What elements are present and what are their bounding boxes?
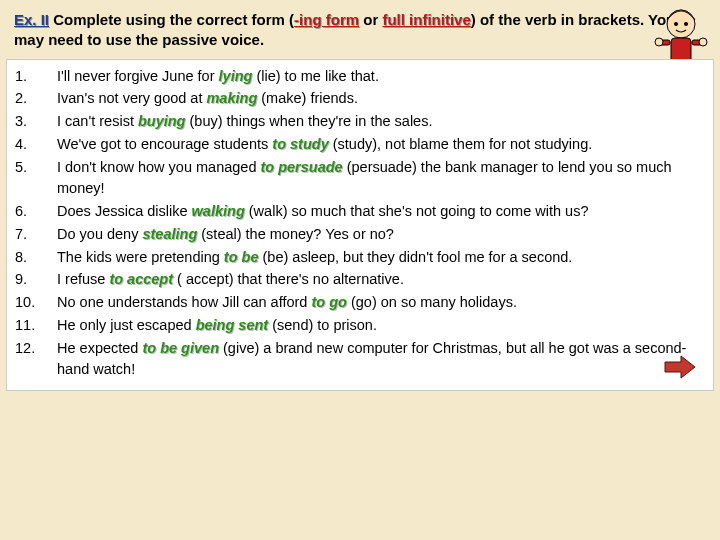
list-item: 10.No one understands how Jill can affor… (15, 292, 705, 314)
answer-text: to persuade (260, 159, 342, 175)
sentence-pre: He only just escaped (57, 317, 196, 333)
answer-text: walking (192, 203, 245, 219)
sentence-post: (walk) so much that she's not going to c… (245, 203, 589, 219)
item-number: 7. (15, 224, 45, 246)
answer-text: to be given (142, 340, 219, 356)
list-item: 8.The kids were pretending to be (be) as… (15, 247, 705, 269)
sentence-pre: We've got to encourage students (57, 136, 272, 152)
svg-point-6 (655, 38, 663, 46)
svg-point-2 (684, 22, 688, 26)
sentence-pre: The kids were pretending (57, 249, 224, 265)
answer-text: to be (224, 249, 259, 265)
answer-text: making (206, 90, 257, 106)
list-item: 12.He expected to be given (give) a bran… (15, 338, 705, 382)
list-item: 3.I can't resist buying (buy) things whe… (15, 111, 705, 133)
item-number: 10. (15, 292, 45, 314)
instruction-text-1: Complete using the correct form ( (49, 11, 294, 28)
exercise-list: 1.I'll never forgive June for lying (lie… (15, 66, 705, 382)
answer-text: being sent (196, 317, 269, 333)
sentence-post: (lie) to me like that. (252, 68, 379, 84)
item-number: 1. (15, 66, 45, 88)
exercise-instruction: Ex. II Complete using the correct form (… (0, 0, 720, 59)
sentence-post: (be) asleep, but they didn't fool me for… (258, 249, 572, 265)
item-number: 4. (15, 134, 45, 156)
sentence-post: (steal) the money? Yes or no? (197, 226, 394, 242)
list-item: 11.He only just escaped being sent (send… (15, 315, 705, 337)
sentence-pre: Ivan's not very good at (57, 90, 206, 106)
item-number: 5. (15, 157, 45, 179)
sentence-post: (go) on so many holidays. (347, 294, 517, 310)
sentence-pre: Do you deny (57, 226, 142, 242)
sentence-pre: Does Jessica dislike (57, 203, 192, 219)
item-number: 2. (15, 88, 45, 110)
answer-text: to study (272, 136, 328, 152)
sentence-pre: I'll never forgive June for (57, 68, 219, 84)
sentence-post: (make) friends. (257, 90, 358, 106)
sentence-pre: I refuse (57, 271, 109, 287)
list-item: 5.I don't know how you managed to persua… (15, 157, 705, 201)
sentence-post: (send) to prison. (268, 317, 377, 333)
item-number: 8. (15, 247, 45, 269)
list-item: 6.Does Jessica dislike walking (walk) so… (15, 201, 705, 223)
sentence-pre: I don't know how you managed (57, 159, 260, 175)
list-item: 9.I refuse to accept ( accept) that ther… (15, 269, 705, 291)
svg-point-1 (674, 22, 678, 26)
next-arrow-icon[interactable] (663, 354, 697, 380)
exercise-content-box: 1.I'll never forgive June for lying (lie… (6, 59, 714, 392)
instruction-text-2: or (359, 11, 382, 28)
full-infinitive-label: full infinitive (382, 11, 470, 28)
sentence-pre: No one understands how Jill can afford (57, 294, 311, 310)
item-number: 6. (15, 201, 45, 223)
list-item: 2.Ivan's not very good at making (make) … (15, 88, 705, 110)
list-item: 7.Do you deny stealing (steal) the money… (15, 224, 705, 246)
answer-text: lying (219, 68, 253, 84)
item-number: 3. (15, 111, 45, 133)
sentence-post: ( accept) that there's no alternative. (173, 271, 404, 287)
answer-text: stealing (142, 226, 197, 242)
sentence-post: (buy) things when they're in the sales. (185, 113, 432, 129)
list-item: 4.We've got to encourage students to stu… (15, 134, 705, 156)
item-number: 9. (15, 269, 45, 291)
svg-point-7 (699, 38, 707, 46)
sentence-post: (study), not blame them for not studying… (329, 136, 593, 152)
list-item: 1.I'll never forgive June for lying (lie… (15, 66, 705, 88)
svg-point-0 (667, 10, 695, 38)
answer-text: to accept (109, 271, 173, 287)
exercise-label: Ex. II (14, 11, 49, 28)
item-number: 11. (15, 315, 45, 337)
answer-text: to go (311, 294, 346, 310)
item-number: 12. (15, 338, 45, 360)
sentence-pre: He expected (57, 340, 142, 356)
sentence-pre: I can't resist (57, 113, 138, 129)
ing-form-label: -ing form (294, 11, 359, 28)
answer-text: buying (138, 113, 186, 129)
